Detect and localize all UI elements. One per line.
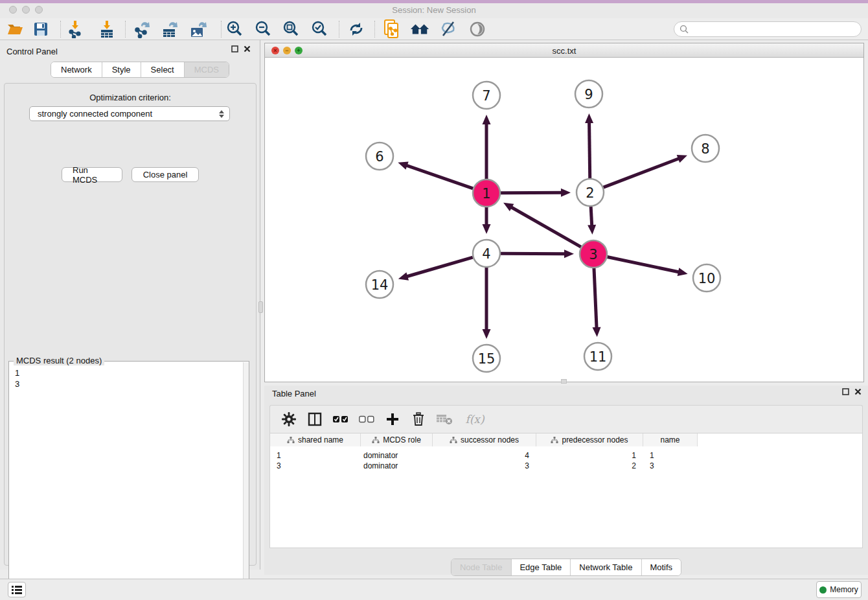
eye-icon[interactable] [468, 20, 487, 38]
search-field[interactable] [674, 21, 862, 37]
graph-node-10[interactable]: 10 [693, 264, 720, 292]
column-header-shared-name[interactable]: shared name [270, 433, 361, 446]
graph-node-15[interactable]: 15 [473, 345, 500, 372]
svg-text:15: 15 [478, 351, 496, 367]
svg-text:10: 10 [698, 271, 716, 286]
table-toolbar: f(x) [269, 405, 863, 433]
cell-shared-name[interactable]: 3 [277, 461, 281, 470]
save-session-icon[interactable] [31, 20, 51, 38]
graph-node-3[interactable]: 3 [580, 240, 607, 268]
status-bar: Memory [0, 579, 868, 600]
graph-edge-2-9[interactable] [589, 121, 590, 178]
titlebar: Session: New Session [0, 3, 868, 18]
zoom-fit-icon[interactable] [281, 20, 301, 38]
graph-node-14[interactable]: 14 [366, 271, 393, 298]
graph-arrowhead [593, 327, 601, 337]
cell-successor-nodes[interactable]: 3 [433, 461, 529, 470]
tab-edge-table[interactable]: Edge Table [511, 559, 571, 575]
tab-select[interactable]: Select [141, 62, 185, 77]
tab-motifs[interactable]: Motifs [641, 559, 681, 575]
optimization-criterion-select[interactable]: strongly connected component [29, 106, 230, 121]
tab-node-table[interactable]: Node Table [451, 559, 512, 575]
gear-icon[interactable] [280, 411, 297, 428]
graph-node-1[interactable]: 1 [473, 179, 500, 207]
open-file-icon[interactable] [5, 20, 25, 38]
graph-edge-4-14[interactable] [405, 257, 473, 277]
graph-arrowhead [564, 249, 574, 258]
home-icon[interactable] [410, 20, 429, 38]
search-input[interactable] [692, 25, 854, 34]
column-header-name[interactable]: name [643, 433, 698, 446]
cell-mcds-role[interactable]: dominator [363, 451, 398, 460]
deselect-all-icon[interactable] [358, 411, 375, 428]
cell-mcds-role[interactable]: dominator [363, 461, 398, 470]
run-mcds-button[interactable]: Run MCDS [62, 167, 122, 182]
delete-column-icon[interactable] [410, 411, 427, 428]
graph-arrowhead [561, 189, 571, 197]
add-column-icon[interactable] [384, 411, 401, 428]
zoom-in-icon[interactable] [225, 20, 244, 38]
column-header-mcds-role[interactable]: MCDS role [361, 433, 433, 446]
export-table-icon[interactable] [160, 20, 179, 38]
network-file-icon[interactable] [382, 20, 402, 38]
column-header-predecessor-nodes[interactable]: predecessor nodes [536, 433, 643, 446]
close-panel-button[interactable]: Close panel [131, 167, 199, 182]
delete-table-icon[interactable] [436, 411, 453, 428]
graph-node-2[interactable]: 2 [577, 179, 604, 206]
optimization-criterion-label: Optimization criterion: [5, 93, 256, 102]
network-graph[interactable]: 1234678910111415 [265, 58, 863, 382]
network-view-titlebar[interactable]: × − + scc.txt [265, 43, 863, 58]
close-panel-icon[interactable] [854, 388, 862, 395]
table-row[interactable]: 3 dominator 3 2 3 [270, 461, 862, 471]
network-canvas[interactable]: 1234678910111415 [265, 58, 863, 382]
import-table-icon[interactable] [97, 20, 117, 38]
graph-edge-1-2[interactable] [501, 192, 563, 193]
export-network-icon[interactable] [132, 20, 152, 38]
column-header-successor-nodes[interactable]: successor nodes [433, 433, 536, 446]
cell-successor-nodes[interactable]: 4 [433, 451, 529, 460]
graphics-details-icon[interactable] [439, 20, 458, 38]
zoom-out-icon[interactable] [253, 20, 273, 38]
tab-network-table[interactable]: Network Table [571, 559, 641, 575]
cell-name[interactable]: 3 [650, 461, 654, 470]
graph-edge-2-8[interactable] [604, 158, 680, 187]
panel-divider-handle[interactable] [258, 301, 263, 313]
graph-edge-3-1[interactable] [510, 207, 580, 247]
graph-node-9[interactable]: 9 [575, 80, 602, 108]
graph-node-7[interactable]: 7 [473, 82, 500, 109]
float-panel-icon[interactable] [231, 45, 238, 52]
tab-network[interactable]: Network [51, 62, 102, 77]
graph-node-11[interactable]: 11 [584, 343, 611, 370]
graph-node-6[interactable]: 6 [366, 143, 393, 170]
function-builder-icon[interactable]: f(x) [462, 411, 488, 428]
graph-node-4[interactable]: 4 [473, 240, 500, 267]
memory-label: Memory [830, 585, 858, 594]
close-panel-icon[interactable] [244, 45, 251, 52]
cell-shared-name[interactable]: 1 [277, 451, 281, 460]
graph-edge-4-3[interactable] [501, 253, 566, 254]
tab-style[interactable]: Style [102, 62, 141, 77]
cell-name[interactable]: 1 [650, 451, 654, 460]
window-title: Session: New Session [0, 5, 868, 15]
zoom-selected-icon[interactable] [310, 20, 329, 38]
task-history-button[interactable] [8, 582, 26, 597]
select-all-icon[interactable] [332, 411, 349, 428]
import-network-icon[interactable] [65, 20, 85, 38]
cell-predecessor-nodes[interactable]: 2 [537, 461, 636, 470]
tab-mcds[interactable]: MCDS [185, 62, 229, 77]
graph-edge-2-3[interactable] [591, 207, 592, 227]
table-row[interactable]: 1 dominator 4 1 1 [270, 450, 862, 461]
graph-edge-3-11[interactable] [594, 268, 597, 329]
float-panel-icon[interactable] [842, 388, 849, 395]
export-image-icon[interactable] [188, 20, 208, 38]
canvas-resize-handle[interactable] [561, 379, 567, 384]
graph-edge-1-6[interactable] [405, 165, 474, 189]
columns-icon[interactable] [306, 411, 323, 428]
graph-node-8[interactable]: 8 [692, 135, 719, 162]
result-scrollbar[interactable] [243, 362, 249, 600]
graph-edge-3-10[interactable] [608, 257, 680, 273]
refresh-icon[interactable] [347, 20, 366, 38]
cell-predecessor-nodes[interactable]: 1 [537, 451, 636, 460]
toolbar-separator [339, 21, 339, 38]
memory-button[interactable]: Memory [816, 581, 862, 598]
